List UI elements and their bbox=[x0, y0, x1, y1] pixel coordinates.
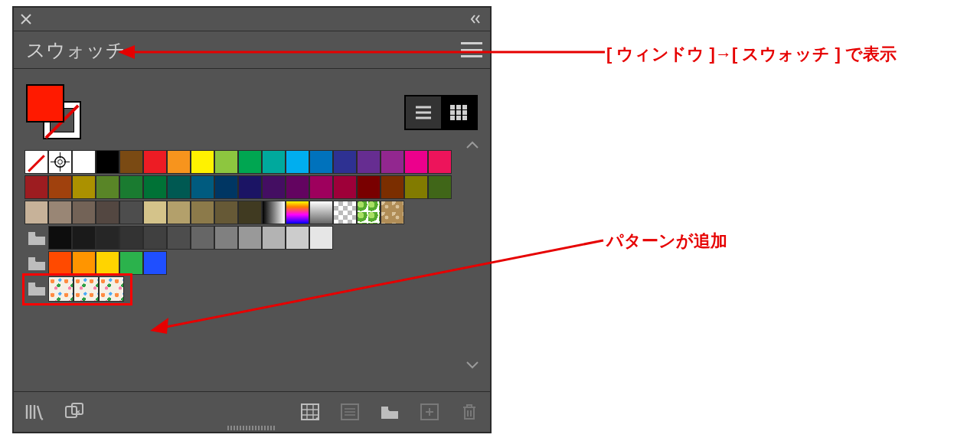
swatch[interactable] bbox=[286, 226, 309, 250]
swatch[interactable] bbox=[262, 175, 286, 199]
swatch[interactable] bbox=[191, 201, 214, 224]
list-view-button[interactable] bbox=[406, 96, 441, 129]
swatch[interactable] bbox=[96, 150, 119, 174]
swatch[interactable] bbox=[238, 226, 262, 250]
new-color-group-icon[interactable] bbox=[377, 399, 403, 425]
swatch[interactable] bbox=[238, 175, 262, 199]
swatch[interactable] bbox=[143, 150, 167, 174]
swatch[interactable] bbox=[309, 175, 333, 199]
delete-swatch-icon[interactable] bbox=[456, 399, 482, 425]
swatch[interactable] bbox=[357, 150, 381, 174]
swatch[interactable] bbox=[333, 175, 357, 199]
swatch[interactable] bbox=[119, 175, 143, 199]
swatch-libraries-icon[interactable] bbox=[21, 399, 47, 425]
swatch-none[interactable] bbox=[24, 150, 48, 174]
swatch[interactable] bbox=[262, 201, 286, 224]
swatch[interactable] bbox=[357, 175, 381, 199]
swatch[interactable] bbox=[214, 201, 238, 224]
swatch[interactable] bbox=[96, 201, 119, 224]
fill-stroke-indicator[interactable] bbox=[26, 84, 83, 141]
swatch[interactable] bbox=[214, 226, 238, 250]
swatch[interactable] bbox=[143, 251, 167, 275]
swatch[interactable] bbox=[333, 150, 357, 174]
pattern-swatch[interactable] bbox=[48, 276, 74, 302]
chevron-up-icon[interactable] bbox=[466, 141, 479, 150]
swatch[interactable] bbox=[262, 150, 286, 174]
swatch[interactable] bbox=[96, 226, 119, 250]
swatch[interactable] bbox=[96, 175, 119, 199]
resize-grip[interactable] bbox=[227, 426, 276, 430]
swatch[interactable] bbox=[381, 175, 404, 199]
swatch[interactable] bbox=[262, 226, 286, 250]
swatch[interactable] bbox=[286, 201, 309, 224]
swatch-list-icon[interactable] bbox=[337, 399, 363, 425]
swatch[interactable] bbox=[167, 175, 191, 199]
swatch[interactable] bbox=[191, 175, 214, 199]
swatch[interactable] bbox=[309, 150, 333, 174]
swatch[interactable] bbox=[72, 175, 96, 199]
swatch[interactable] bbox=[214, 175, 238, 199]
swatch[interactable] bbox=[143, 226, 167, 250]
swatch[interactable] bbox=[24, 201, 48, 224]
swatch-options-icon[interactable] bbox=[297, 399, 323, 425]
swatch[interactable] bbox=[143, 175, 167, 199]
folder-icon[interactable] bbox=[24, 226, 48, 250]
swatch[interactable] bbox=[48, 201, 72, 224]
swatch[interactable] bbox=[333, 201, 357, 224]
swatch[interactable] bbox=[238, 201, 262, 224]
swatch[interactable] bbox=[191, 150, 214, 174]
swatch[interactable] bbox=[48, 226, 72, 250]
svg-rect-18 bbox=[381, 407, 388, 410]
close-icon[interactable] bbox=[20, 13, 32, 25]
swatch-row-grays bbox=[24, 226, 479, 250]
swatch[interactable] bbox=[119, 226, 143, 250]
swatch[interactable] bbox=[286, 150, 309, 174]
new-swatch-icon[interactable] bbox=[416, 399, 443, 425]
swatch[interactable] bbox=[72, 201, 96, 224]
pattern-swatch[interactable] bbox=[74, 276, 99, 302]
swatch[interactable] bbox=[167, 201, 191, 224]
swatch[interactable] bbox=[404, 175, 428, 199]
swatch[interactable] bbox=[191, 226, 214, 250]
svg-point-10 bbox=[58, 160, 63, 165]
svg-rect-4 bbox=[456, 110, 461, 115]
swatch[interactable] bbox=[238, 150, 262, 174]
folder-icon[interactable] bbox=[24, 251, 48, 275]
swatches-tab[interactable]: スウォッチ bbox=[21, 34, 130, 66]
swatch[interactable] bbox=[143, 201, 167, 224]
swatch[interactable] bbox=[381, 150, 404, 174]
swatch[interactable] bbox=[167, 150, 191, 174]
swatch[interactable] bbox=[24, 175, 48, 199]
swatch[interactable] bbox=[309, 201, 333, 224]
swatch[interactable] bbox=[428, 175, 452, 199]
grid-view-button[interactable] bbox=[441, 96, 476, 129]
swatch[interactable] bbox=[72, 251, 96, 275]
show-swatch-kinds-icon[interactable] bbox=[61, 399, 87, 425]
swatch[interactable] bbox=[357, 201, 381, 224]
panel-tabbar: スウォッチ bbox=[14, 31, 490, 69]
swatch[interactable] bbox=[119, 150, 143, 174]
swatch[interactable] bbox=[286, 175, 309, 199]
pattern-swatch[interactable] bbox=[99, 276, 124, 302]
fill-swatch[interactable] bbox=[26, 84, 64, 122]
chevron-down-icon[interactable] bbox=[466, 360, 479, 369]
folder-icon[interactable] bbox=[24, 276, 48, 300]
swatch[interactable] bbox=[214, 150, 238, 174]
swatch[interactable] bbox=[309, 226, 333, 250]
swatch[interactable] bbox=[119, 251, 143, 275]
swatch[interactable] bbox=[119, 201, 143, 224]
swatch-registration[interactable] bbox=[48, 150, 72, 174]
panel-menu-icon[interactable] bbox=[461, 42, 482, 57]
swatch[interactable] bbox=[48, 175, 72, 199]
swatch[interactable] bbox=[72, 150, 96, 174]
swatch[interactable] bbox=[404, 150, 428, 174]
svg-rect-0 bbox=[450, 105, 455, 109]
swatch[interactable] bbox=[167, 226, 191, 250]
swatch[interactable] bbox=[428, 150, 452, 174]
swatch[interactable] bbox=[96, 251, 119, 275]
swatch[interactable] bbox=[48, 251, 72, 275]
collapse-icon[interactable] bbox=[470, 14, 484, 24]
swatch[interactable] bbox=[381, 201, 404, 224]
swatch[interactable] bbox=[72, 226, 96, 250]
svg-rect-11 bbox=[28, 232, 35, 235]
